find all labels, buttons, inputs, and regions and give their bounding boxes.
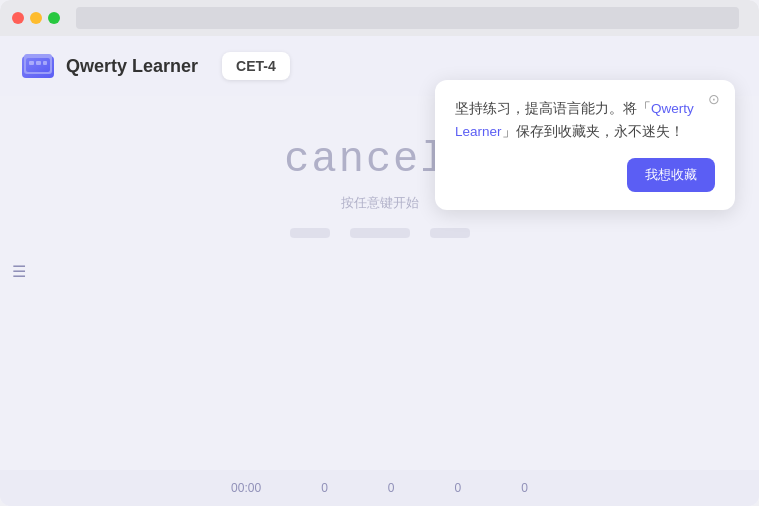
tooltip-text-part1: 坚持练习，提高语言能力。将「 <box>455 101 651 116</box>
minimize-button[interactable] <box>30 12 42 24</box>
tooltip-text-part2: 」保存到收藏夹，永不迷失！ <box>502 124 684 139</box>
stat-1: 0 <box>321 481 328 495</box>
close-icon[interactable]: ⊙ <box>705 90 723 108</box>
bookmark-button[interactable]: 我想收藏 <box>627 158 715 192</box>
word-info-meaning <box>350 228 410 238</box>
svg-rect-4 <box>36 61 41 65</box>
hint-text: 按任意键开始 <box>341 194 419 212</box>
word-info-extra <box>430 228 470 238</box>
address-bar[interactable] <box>76 7 739 29</box>
svg-rect-3 <box>29 61 34 65</box>
tooltip-text: 坚持练习，提高语言能力。将「Qwerty Learner」保存到收藏夹，永不迷失… <box>455 98 715 144</box>
cet-badge[interactable]: CET-4 <box>222 52 290 80</box>
stat-3: 0 <box>455 481 462 495</box>
stat-4: 0 <box>521 481 528 495</box>
word-info-phonetic <box>290 228 330 238</box>
maximize-button[interactable] <box>48 12 60 24</box>
current-word: cancel <box>284 136 447 184</box>
app-area: Qwerty Learner CET-4 ⊙ 坚持练习，提高语言能力。将「Qwe… <box>0 36 759 506</box>
browser-chrome <box>0 0 759 36</box>
logo-area: Qwerty Learner <box>20 48 198 84</box>
traffic-lights <box>12 12 60 24</box>
timer: 00:00 <box>231 481 261 495</box>
stat-2: 0 <box>388 481 395 495</box>
logo-icon <box>20 48 56 84</box>
bottom-bar: 00:00 0 0 0 0 <box>0 470 759 506</box>
app-title: Qwerty Learner <box>66 56 198 77</box>
sidebar-icon[interactable]: ☰ <box>12 262 26 281</box>
tooltip-popup: ⊙ 坚持练习，提高语言能力。将「Qwerty Learner」保存到收藏夹，永不… <box>435 80 735 210</box>
word-info <box>290 228 470 238</box>
close-button[interactable] <box>12 12 24 24</box>
svg-rect-5 <box>43 61 47 65</box>
